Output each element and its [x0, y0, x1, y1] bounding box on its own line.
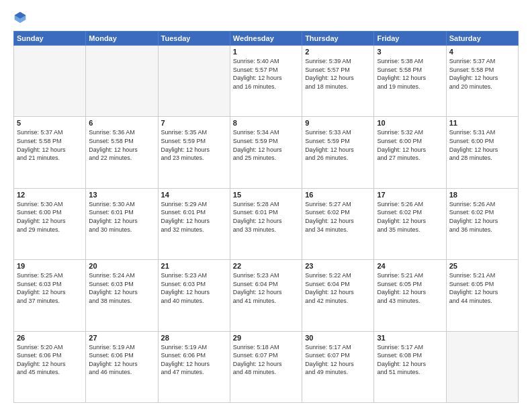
day-info: Sunrise: 5:25 AMSunset: 6:03 PMDaylight:…: [17, 271, 83, 305]
day-number: 2: [305, 48, 371, 56]
day-info: Sunrise: 5:24 AMSunset: 6:03 PMDaylight:…: [89, 271, 154, 305]
day-info: Sunrise: 5:28 AMSunset: 6:01 PMDaylight:…: [233, 200, 299, 234]
day-info: Sunrise: 5:30 AMSunset: 6:01 PMDaylight:…: [89, 200, 154, 234]
calendar-cell: 20Sunrise: 5:24 AMSunset: 6:03 PMDayligh…: [86, 260, 158, 331]
weekday-header-wednesday: Wednesday: [230, 32, 302, 46]
day-number: 18: [449, 191, 515, 199]
day-number: 23: [305, 262, 371, 270]
day-info: Sunrise: 5:22 AMSunset: 6:04 PMDaylight:…: [305, 271, 371, 305]
day-number: 21: [161, 262, 227, 270]
calendar-cell: 19Sunrise: 5:25 AMSunset: 6:03 PMDayligh…: [14, 260, 86, 331]
day-info: Sunrise: 5:21 AMSunset: 6:05 PMDaylight:…: [377, 271, 443, 305]
day-number: 15: [233, 191, 299, 199]
day-info: Sunrise: 5:17 AMSunset: 6:07 PMDaylight:…: [305, 343, 371, 377]
day-info: Sunrise: 5:21 AMSunset: 6:05 PMDaylight:…: [449, 271, 515, 305]
calendar-cell: 28Sunrise: 5:19 AMSunset: 6:06 PMDayligh…: [158, 331, 230, 402]
day-info: Sunrise: 5:37 AMSunset: 5:58 PMDaylight:…: [17, 128, 83, 162]
day-number: 26: [17, 334, 83, 342]
calendar-cell: 5Sunrise: 5:37 AMSunset: 5:58 PMDaylight…: [14, 117, 86, 188]
day-number: 8: [233, 119, 299, 127]
day-number: 16: [305, 191, 371, 199]
calendar-cell: 8Sunrise: 5:34 AMSunset: 5:59 PMDaylight…: [230, 117, 302, 188]
day-number: 4: [449, 48, 515, 56]
calendar-cell: 26Sunrise: 5:20 AMSunset: 6:06 PMDayligh…: [14, 331, 86, 402]
calendar-cell: [158, 46, 230, 117]
calendar-cell: 21Sunrise: 5:23 AMSunset: 6:03 PMDayligh…: [158, 260, 230, 331]
day-info: Sunrise: 5:32 AMSunset: 6:00 PMDaylight:…: [377, 128, 443, 162]
calendar-cell: 11Sunrise: 5:31 AMSunset: 6:00 PMDayligh…: [446, 117, 518, 188]
day-number: 29: [233, 334, 299, 342]
day-info: Sunrise: 5:19 AMSunset: 6:06 PMDaylight:…: [161, 343, 227, 377]
day-number: 5: [17, 119, 83, 127]
logo: [13, 11, 30, 24]
calendar-cell: 24Sunrise: 5:21 AMSunset: 6:05 PMDayligh…: [374, 260, 446, 331]
day-number: 10: [377, 119, 443, 127]
calendar-cell: 31Sunrise: 5:17 AMSunset: 6:08 PMDayligh…: [374, 331, 446, 402]
day-info: Sunrise: 5:23 AMSunset: 6:04 PMDaylight:…: [233, 271, 299, 305]
day-number: 17: [377, 191, 443, 199]
header: [13, 11, 519, 24]
calendar-cell: 7Sunrise: 5:35 AMSunset: 5:59 PMDaylight…: [158, 117, 230, 188]
page: SundayMondayTuesdayWednesdayThursdayFrid…: [0, 0, 532, 411]
weekday-header-sunday: Sunday: [14, 32, 86, 46]
week-row-2: 5Sunrise: 5:37 AMSunset: 5:58 PMDaylight…: [14, 117, 519, 188]
logo-icon: [13, 11, 27, 24]
week-row-5: 26Sunrise: 5:20 AMSunset: 6:06 PMDayligh…: [14, 331, 519, 402]
day-info: Sunrise: 5:19 AMSunset: 6:06 PMDaylight:…: [89, 343, 154, 377]
day-info: Sunrise: 5:37 AMSunset: 5:58 PMDaylight:…: [449, 57, 515, 91]
weekday-header-saturday: Saturday: [446, 32, 518, 46]
day-number: 6: [89, 119, 154, 127]
calendar-cell: 14Sunrise: 5:29 AMSunset: 6:01 PMDayligh…: [158, 188, 230, 259]
day-info: Sunrise: 5:20 AMSunset: 6:06 PMDaylight:…: [17, 343, 83, 377]
calendar-cell: 13Sunrise: 5:30 AMSunset: 6:01 PMDayligh…: [86, 188, 158, 259]
day-info: Sunrise: 5:30 AMSunset: 6:00 PMDaylight:…: [17, 200, 83, 234]
day-info: Sunrise: 5:34 AMSunset: 5:59 PMDaylight:…: [233, 128, 299, 162]
calendar-cell: 9Sunrise: 5:33 AMSunset: 5:59 PMDaylight…: [302, 117, 374, 188]
calendar-cell: 10Sunrise: 5:32 AMSunset: 6:00 PMDayligh…: [374, 117, 446, 188]
calendar-cell: 18Sunrise: 5:26 AMSunset: 6:02 PMDayligh…: [446, 188, 518, 259]
day-number: 27: [89, 334, 154, 342]
calendar-cell: [86, 46, 158, 117]
day-number: 25: [449, 262, 515, 270]
calendar-cell: 2Sunrise: 5:39 AMSunset: 5:57 PMDaylight…: [302, 46, 374, 117]
weekday-header-thursday: Thursday: [302, 32, 374, 46]
day-number: 12: [17, 191, 83, 199]
day-number: 3: [377, 48, 443, 56]
day-info: Sunrise: 5:17 AMSunset: 6:08 PMDaylight:…: [377, 343, 443, 377]
day-info: Sunrise: 5:39 AMSunset: 5:57 PMDaylight:…: [305, 57, 371, 91]
day-number: 22: [233, 262, 299, 270]
calendar-cell: 22Sunrise: 5:23 AMSunset: 6:04 PMDayligh…: [230, 260, 302, 331]
day-info: Sunrise: 5:27 AMSunset: 6:02 PMDaylight:…: [305, 200, 371, 234]
day-number: 13: [89, 191, 154, 199]
calendar-cell: 1Sunrise: 5:40 AMSunset: 5:57 PMDaylight…: [230, 46, 302, 117]
day-info: Sunrise: 5:26 AMSunset: 6:02 PMDaylight:…: [449, 200, 515, 234]
calendar-cell: 3Sunrise: 5:38 AMSunset: 5:58 PMDaylight…: [374, 46, 446, 117]
day-number: 19: [17, 262, 83, 270]
calendar-cell: 12Sunrise: 5:30 AMSunset: 6:00 PMDayligh…: [14, 188, 86, 259]
weekday-header-row: SundayMondayTuesdayWednesdayThursdayFrid…: [14, 32, 519, 46]
calendar-cell: 29Sunrise: 5:18 AMSunset: 6:07 PMDayligh…: [230, 331, 302, 402]
weekday-header-friday: Friday: [374, 32, 446, 46]
day-number: 20: [89, 262, 154, 270]
day-info: Sunrise: 5:29 AMSunset: 6:01 PMDaylight:…: [161, 200, 227, 234]
day-info: Sunrise: 5:18 AMSunset: 6:07 PMDaylight:…: [233, 343, 299, 377]
week-row-3: 12Sunrise: 5:30 AMSunset: 6:00 PMDayligh…: [14, 188, 519, 259]
day-info: Sunrise: 5:36 AMSunset: 5:58 PMDaylight:…: [89, 128, 154, 162]
calendar-cell: 23Sunrise: 5:22 AMSunset: 6:04 PMDayligh…: [302, 260, 374, 331]
calendar-cell: 17Sunrise: 5:26 AMSunset: 6:02 PMDayligh…: [374, 188, 446, 259]
calendar-cell: [446, 331, 518, 402]
calendar-table: SundayMondayTuesdayWednesdayThursdayFrid…: [13, 31, 519, 403]
calendar-cell: 16Sunrise: 5:27 AMSunset: 6:02 PMDayligh…: [302, 188, 374, 259]
day-info: Sunrise: 5:35 AMSunset: 5:59 PMDaylight:…: [161, 128, 227, 162]
calendar-cell: 6Sunrise: 5:36 AMSunset: 5:58 PMDaylight…: [86, 117, 158, 188]
day-number: 14: [161, 191, 227, 199]
day-info: Sunrise: 5:38 AMSunset: 5:58 PMDaylight:…: [377, 57, 443, 91]
week-row-1: 1Sunrise: 5:40 AMSunset: 5:57 PMDaylight…: [14, 46, 519, 117]
day-info: Sunrise: 5:26 AMSunset: 6:02 PMDaylight:…: [377, 200, 443, 234]
calendar-cell: [14, 46, 86, 117]
day-info: Sunrise: 5:31 AMSunset: 6:00 PMDaylight:…: [449, 128, 515, 162]
day-number: 30: [305, 334, 371, 342]
day-info: Sunrise: 5:40 AMSunset: 5:57 PMDaylight:…: [233, 57, 299, 91]
calendar-cell: 4Sunrise: 5:37 AMSunset: 5:58 PMDaylight…: [446, 46, 518, 117]
week-row-4: 19Sunrise: 5:25 AMSunset: 6:03 PMDayligh…: [14, 260, 519, 331]
